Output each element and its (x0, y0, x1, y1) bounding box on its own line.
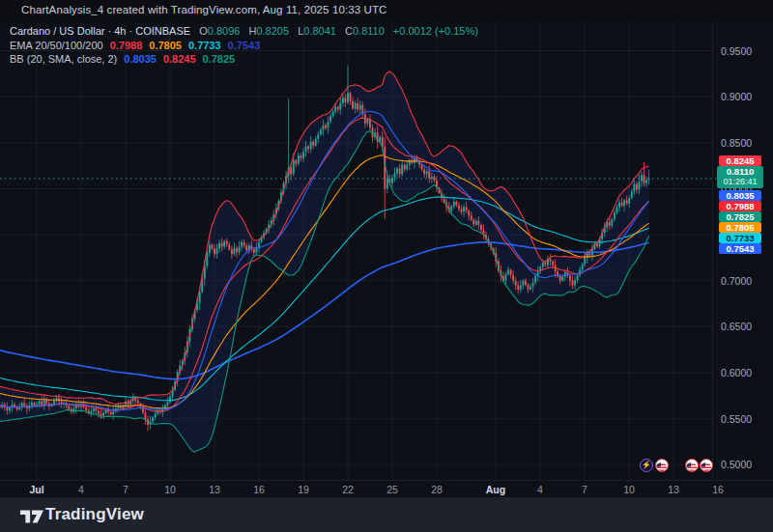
time-axis-label: 13 (209, 484, 220, 495)
price-axis-label: 0.5000 (721, 459, 769, 470)
time-axis-label: 19 (298, 484, 309, 495)
ema200-tag: 0.7543 (719, 243, 761, 254)
legend-bb-row[interactable]: BB (20, SMA, close, 2)0.80350.82450.7825 (10, 53, 478, 67)
tradingview-wordmark[interactable]: TradingView (45, 505, 144, 524)
price-axis-label: 0.9500 (721, 45, 769, 57)
exchange-label: COINBASE (135, 25, 190, 37)
tradingview-logo-icon[interactable] (17, 504, 46, 527)
time-axis-label: 13 (668, 484, 679, 495)
price-axis-label: 0.8500 (721, 137, 769, 149)
close-label: C (345, 25, 353, 37)
bb-value: 0.7825 (203, 53, 236, 65)
time-axis-label: 4 (78, 484, 84, 495)
time-axis-label: Jul (29, 484, 43, 495)
ema100-tag: 0.7733 (719, 233, 761, 243)
ema-value: 0.7543 (228, 40, 261, 51)
event-icon-us-flag[interactable] (685, 459, 699, 472)
last-price-tag: 0.811001:26:41 (717, 166, 763, 188)
ema-value: 0.7988 (110, 40, 143, 51)
price-axis-label: 0.9000 (721, 91, 769, 102)
price-axis-label: 0.6000 (721, 367, 769, 378)
ema-value: 0.7733 (188, 40, 221, 51)
ema50-tag: 0.7805 (719, 222, 761, 233)
price-axis-label: 0.5500 (721, 413, 769, 425)
bar-countdown: 01:26:41 (717, 177, 763, 187)
time-axis-label: 7 (582, 484, 587, 495)
time-axis-label: 28 (431, 484, 443, 495)
close-value: 0.8110 (353, 25, 385, 37)
price-axis-label: 0.6500 (721, 321, 769, 332)
open-value: 0.8096 (208, 25, 241, 37)
time-axis[interactable]: Jul4710131619222528Aug47101316 (0, 480, 773, 498)
event-icon-lightning[interactable]: ⚡ (640, 459, 653, 472)
bb-lower-tag: 0.7825 (719, 211, 761, 222)
price-chart-canvas[interactable] (0, 0, 773, 532)
open-label: O (199, 25, 208, 37)
price-axis-label: 0.7000 (721, 275, 769, 287)
time-axis-label: 16 (712, 484, 724, 495)
time-axis-label: Aug (486, 484, 505, 495)
event-icon-us-flag[interactable] (700, 459, 713, 472)
high-value: 0.8205 (256, 25, 289, 37)
time-axis-label: 16 (253, 484, 265, 495)
ema-indicator-label: EMA 20/50/100/200 (10, 40, 103, 51)
bb-value: 0.8035 (124, 53, 157, 65)
bb-basis-tag: 0.8035 (719, 190, 761, 201)
bb-value: 0.8245 (163, 53, 196, 65)
legend-ema-row[interactable]: EMA 20/50/100/2000.79880.78050.77330.754… (10, 40, 478, 53)
symbol-name: Cardano / US Dollar · 4h · COINBASE (10, 25, 190, 37)
price-axis-border (712, 21, 713, 480)
time-axis-label: 22 (342, 484, 354, 495)
low-value: 0.8041 (303, 25, 336, 37)
time-axis-label: 4 (537, 484, 543, 495)
change-value: +0.0012 (+0.15%) (393, 25, 478, 37)
indicator-line (0, 197, 649, 401)
legend-symbol-row[interactable]: Cardano / US Dollar · 4h · COINBASE O0.8… (10, 25, 478, 39)
bb-indicator-label: BB (20, SMA, close, 2) (10, 53, 117, 65)
time-axis-label: 10 (164, 484, 176, 495)
time-axis-label: 7 (123, 484, 129, 495)
time-axis-label: 25 (386, 484, 398, 495)
ema20-tag: 0.7988 (719, 201, 761, 211)
interval-label: 4h (114, 25, 126, 37)
time-axis-label: 10 (623, 484, 635, 495)
footer-bar: TradingView (0, 497, 773, 532)
ema-value: 0.7805 (149, 40, 182, 51)
tradingview-snapshot: ChartAnalysis_4 created with TradingView… (0, 0, 773, 532)
event-icon-us-flag[interactable] (655, 459, 669, 472)
chart-legend: Cardano / US Dollar · 4h · COINBASE O0.8… (10, 25, 478, 68)
bb-upper-tag: 0.8245 (719, 155, 761, 166)
